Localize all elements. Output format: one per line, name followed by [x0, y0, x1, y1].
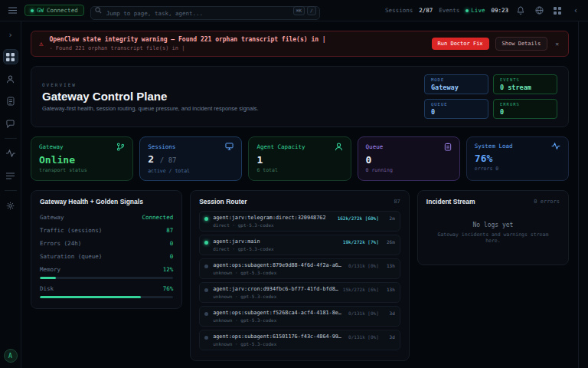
- session-row[interactable]: agent:jarv:telegram:direct:320948762 dir…: [199, 211, 400, 232]
- health-card-title: Gateway Health + Golden Signals: [40, 198, 143, 205]
- health-row: Saturation (queue) 0: [40, 250, 173, 263]
- sessions-kpi-value: 2 / 87: [148, 153, 234, 166]
- apps-grid-icon[interactable]: [551, 5, 564, 17]
- health-row: Traffic (sessions) 87: [40, 224, 173, 237]
- session-router-title: Session Router: [199, 198, 247, 205]
- gear-icon: [6, 202, 15, 210]
- warning-icon: ⚠: [39, 40, 43, 48]
- incident-empty-state: No logs yet Gateway incidents and warnin…: [426, 211, 560, 258]
- session-agent-name: agent:ops:subagent:879e9d88-4f6d-4f2a-a6…: [213, 262, 344, 268]
- sessions-kpi-card: Sessions 2 / 87 active / total: [139, 136, 242, 181]
- mode-stat-box: MODE Gateway: [424, 74, 488, 94]
- session-agent-meta: unknown · gpt-5.3-codex: [213, 270, 344, 275]
- capacity-kpi-value: 1: [256, 154, 342, 166]
- session-row[interactable]: agent:jarv:cron:d934fbc6-bf77-41fd-bfd8……: [199, 282, 400, 303]
- run-doctor-fix-button[interactable]: Run Doctor Fix: [432, 38, 489, 50]
- top-bar: GW Connected ⌘K / Sessions 2/87 Events L…: [0, 0, 588, 21]
- integrity-warning-banner: ⚠ OpenClaw state integrity warning — Fou…: [31, 31, 569, 57]
- session-row[interactable]: agent:ops:subagent:f5268ca4-acf4-4181-8e…: [199, 306, 400, 327]
- list-icon: [6, 172, 15, 179]
- session-token-usage: 0/131k [0%]: [348, 310, 379, 316]
- header-status-cluster: Sessions 2/87 Events Live 09:23 ‹: [385, 5, 582, 17]
- live-indicator: Live: [466, 7, 485, 14]
- sidebar-item-settings[interactable]: [3, 198, 18, 213]
- alert-detail: - Found 221 orphan transcript file(s) in…: [49, 45, 425, 51]
- dashboard-grid-icon: [6, 53, 15, 61]
- queue-label: QUEUE: [431, 102, 482, 107]
- session-router-card: Session Router 87 agent:jarv:telegram:di…: [190, 190, 410, 361]
- session-age: 26m: [384, 239, 395, 245]
- globe-icon[interactable]: [533, 5, 545, 17]
- events-label: EVENTS: [500, 77, 550, 82]
- icon-sidebar: › A: [0, 21, 21, 368]
- close-icon[interactable]: ✕: [554, 41, 560, 48]
- system-load-kpi-sub: errors 0: [475, 166, 560, 172]
- overview-mini-stats: MODE Gateway EVENTS 0 stream QUEUE 0 ERR…: [424, 74, 557, 119]
- system-load-kpi-title: System Load: [475, 143, 513, 150]
- session-agent-meta: unknown · gpt-5.3-codex: [213, 341, 344, 347]
- badge-status-label: Connected: [47, 7, 78, 14]
- collapse-panel-chevron[interactable]: ‹: [570, 5, 582, 17]
- incident-stream-title: Incident Stream: [426, 198, 475, 205]
- search-shortcuts: ⌘K /: [293, 6, 316, 15]
- disk-progress-bar: [40, 296, 173, 298]
- search-input[interactable]: [90, 6, 320, 20]
- session-status-dot: [204, 336, 208, 340]
- memory-progress-bar: [40, 277, 173, 279]
- capacity-kpi-card: Agent Capacity 1 6 total: [248, 136, 351, 181]
- right-panel-strip[interactable]: [578, 21, 588, 368]
- gateway-kpi-value: Online: [39, 154, 125, 166]
- sidebar-item-tasks[interactable]: [3, 94, 18, 109]
- queue-stat-box: QUEUE 0: [424, 99, 488, 119]
- session-age: 3d: [384, 310, 395, 316]
- system-load-kpi-card: System Load 76% errors 0: [466, 136, 569, 181]
- sidebar-expand-chevron[interactable]: ›: [3, 27, 18, 42]
- session-token-usage: 19k/272k [7%]: [343, 239, 379, 245]
- alert-text-block: OpenClaw state integrity warning — Found…: [49, 36, 425, 51]
- session-agent-name: agent:ops:subagent:61501176-f43c-4864-99…: [213, 334, 344, 340]
- sidebar-item-activity[interactable]: [3, 146, 18, 161]
- session-status-dot: [204, 241, 208, 245]
- show-details-button[interactable]: Show Details: [495, 37, 548, 51]
- session-token-usage: 0/131k [0%]: [348, 263, 379, 268]
- sidebar-item-dashboard[interactable]: [3, 49, 18, 64]
- gateway-kpi-sub: transport status: [39, 167, 125, 173]
- session-router-count: 87: [394, 199, 400, 205]
- clipboard-icon: [444, 143, 452, 151]
- session-agent-meta: unknown · gpt-5.3-codex: [213, 294, 338, 299]
- sidebar-item-inbox[interactable]: [3, 116, 18, 131]
- menu-icon[interactable]: [6, 5, 18, 17]
- session-age: 3d: [384, 334, 395, 340]
- gateway-kpi-title: Gateway: [39, 143, 64, 150]
- user-avatar[interactable]: A: [4, 349, 18, 363]
- events-stat-box: EVENTS 0 stream: [493, 74, 557, 94]
- incident-stream-card: Incident Stream 0 errors No logs yet Gat…: [417, 190, 569, 265]
- sessions-kpi-sub: active / total: [148, 168, 234, 174]
- empty-state-subtitle: Gateway incidents and warnings stream he…: [431, 232, 555, 244]
- gateway-connected-badge[interactable]: GW Connected: [24, 5, 84, 16]
- sessions-count: 2/87: [419, 7, 433, 14]
- sidebar-item-logs[interactable]: [3, 168, 18, 183]
- sidebar-item-agents[interactable]: [3, 71, 18, 87]
- session-row[interactable]: agent:ops:subagent:61501176-f43c-4864-99…: [199, 330, 400, 350]
- session-agent-meta: unknown · gpt-5.3-codex: [213, 317, 344, 323]
- session-status-dot: [204, 288, 208, 292]
- session-agent-name: agent:jarv:cron:d934fbc6-bf77-41fd-bfd8…: [213, 286, 338, 292]
- session-row[interactable]: agent:ops:subagent:879e9d88-4f6d-4f2a-a6…: [199, 258, 400, 279]
- session-agent-name: agent:ops:subagent:f5268ca4-acf4-4181-8e…: [213, 310, 344, 316]
- queue-value: 0: [431, 108, 482, 116]
- kbd-slash: /: [307, 6, 316, 15]
- errors-value: 0: [500, 108, 550, 116]
- kpi-row: Gateway Online transport status Sessions…: [31, 136, 569, 181]
- session-age: 13h: [384, 263, 395, 268]
- queue-kpi-value: 0: [366, 154, 452, 166]
- clock: 09:23: [491, 7, 508, 14]
- alert-title: OpenClaw state integrity warning — Found…: [49, 36, 425, 43]
- sidebar-divider: [5, 190, 17, 191]
- overview-panel: OVERVIEW Gateway Control Plane Gateway-f…: [31, 66, 569, 127]
- notifications-bell-icon[interactable]: [514, 5, 527, 17]
- session-row[interactable]: agent:jarv:main direct · gpt-5.3-codex 1…: [199, 235, 400, 255]
- incident-error-count: 0 errors: [534, 199, 560, 205]
- main-content: ⚠ OpenClaw state integrity warning — Fou…: [21, 21, 578, 368]
- queue-kpi-title: Queue: [366, 143, 384, 150]
